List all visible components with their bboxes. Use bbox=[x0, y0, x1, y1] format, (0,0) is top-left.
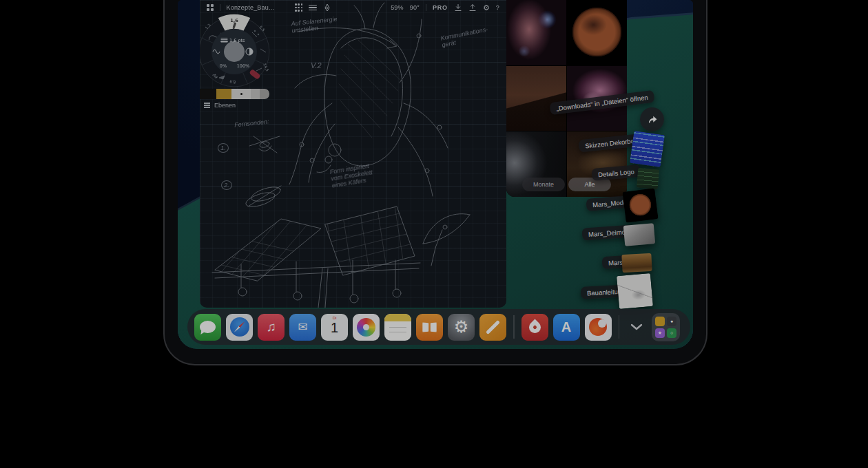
gallery-grid-icon[interactable] bbox=[207, 4, 214, 11]
swatch-black[interactable] bbox=[200, 89, 216, 99]
tool-wheel[interactable]: 1,6 1,3 5,5 14,5 8,9 Aa bbox=[200, 13, 273, 90]
envelope-icon: ✉ bbox=[289, 314, 316, 341]
snap-grid-icon[interactable] bbox=[295, 3, 302, 11]
concepts-app-window[interactable]: Auf Solarenergie umstellen Kommunikation… bbox=[200, 0, 506, 308]
stroke-width-value: 1,6 pts bbox=[229, 38, 245, 43]
swatch-gray[interactable] bbox=[251, 89, 260, 99]
books-app-icon[interactable] bbox=[416, 314, 443, 341]
concepts-app-icon[interactable] bbox=[479, 314, 506, 341]
swatch-light-gray-selected[interactable] bbox=[231, 89, 251, 99]
swatch-gold[interactable] bbox=[216, 89, 231, 99]
annotation-number-2: 2. bbox=[221, 180, 232, 190]
pen-nib-icon[interactable] bbox=[323, 3, 331, 12]
share-forward-button[interactable] bbox=[640, 107, 664, 131]
c-swirl-icon bbox=[589, 318, 607, 336]
opacity-min-value: 0% bbox=[220, 63, 227, 69]
layers-label: Ebenen bbox=[214, 102, 236, 109]
stage: Auf Solarenergie umstellen Kommunikation… bbox=[0, 0, 868, 468]
c4d-app-icon[interactable] bbox=[585, 314, 612, 341]
mail-app-icon[interactable]: ✉ bbox=[289, 314, 316, 341]
messages-app-icon[interactable] bbox=[194, 314, 221, 341]
dock-divider bbox=[513, 315, 515, 339]
ipad-screen: Auf Solarenergie umstellen Kommunikation… bbox=[178, 0, 693, 349]
toolbar-divider bbox=[426, 4, 426, 11]
annotation-version: V.2 bbox=[311, 62, 322, 69]
calendar-app-icon[interactable]: Di 1 bbox=[321, 314, 348, 341]
photo-mars-planet[interactable] bbox=[567, 0, 627, 65]
mini-app-tile-yellow bbox=[655, 317, 665, 326]
music-app-icon[interactable]: ♫ bbox=[258, 314, 285, 341]
help-icon[interactable]: ? bbox=[496, 4, 499, 11]
photo-horsehead-nebula[interactable] bbox=[506, 0, 566, 65]
photos-app-icon[interactable] bbox=[353, 314, 380, 341]
open-book-icon bbox=[416, 314, 443, 341]
photos-bottom-tabs: Monate Alle bbox=[506, 178, 627, 191]
tab-months[interactable]: Monate bbox=[522, 178, 565, 191]
mini-app-tile-purple: ★ bbox=[655, 328, 665, 338]
layers-button[interactable]: Ebenen bbox=[204, 102, 236, 109]
pro-badge[interactable]: PRO bbox=[433, 4, 448, 11]
drag-thumb-bauanleitung[interactable] bbox=[617, 273, 653, 309]
rocket-icon bbox=[526, 319, 543, 335]
dock-divider bbox=[619, 315, 620, 339]
compass-icon bbox=[230, 317, 249, 337]
drag-thumb-mars-deimos[interactable] bbox=[623, 223, 655, 246]
rocket-app-icon[interactable] bbox=[521, 314, 548, 341]
drag-thumb-details-logo[interactable] bbox=[637, 168, 659, 190]
app-store-icon[interactable]: A bbox=[553, 314, 580, 341]
appstore-a-icon: A bbox=[553, 314, 580, 341]
document-title[interactable]: Konzepte_Bau... bbox=[227, 4, 275, 11]
forward-arrow-icon bbox=[646, 114, 659, 126]
layers-icon bbox=[204, 103, 210, 108]
pen-icon bbox=[486, 319, 500, 334]
toolbar-divider bbox=[220, 4, 220, 11]
color-swatch-strip[interactable] bbox=[200, 89, 269, 99]
drag-thumb-skizzen-dekorbogen[interactable] bbox=[630, 131, 665, 167]
settings-app-icon[interactable]: ⚙ bbox=[448, 314, 475, 341]
mini-app-tile-green: ○ bbox=[667, 328, 676, 338]
zoom-level[interactable]: 59% bbox=[391, 4, 404, 11]
music-note-icon: ♫ bbox=[258, 314, 285, 341]
dock-collapse-button[interactable] bbox=[626, 314, 647, 341]
wheel-center-knob bbox=[224, 41, 245, 62]
export-share-icon[interactable] bbox=[468, 3, 477, 12]
opacity-max-value: 100% bbox=[237, 63, 250, 69]
settings-gear-icon[interactable]: ⚙ bbox=[483, 3, 490, 12]
notes-app-icon[interactable] bbox=[384, 314, 411, 341]
chevron-down-icon bbox=[630, 323, 643, 330]
dock: ♫ ✉ Di 1 ⚙ bbox=[187, 309, 690, 345]
calendar-day: 1 bbox=[321, 320, 348, 336]
photos-flower-icon bbox=[357, 318, 375, 337]
safari-app-icon[interactable] bbox=[226, 314, 253, 341]
align-rows-icon[interactable] bbox=[309, 5, 317, 11]
gear-icon: ⚙ bbox=[448, 314, 475, 341]
app-library-icon[interactable]: ● ★ ○ bbox=[652, 313, 680, 341]
speech-bubble-icon bbox=[200, 321, 216, 333]
drag-thumb-mars-modell[interactable] bbox=[622, 188, 658, 222]
photo-mars-landscape[interactable] bbox=[506, 66, 566, 131]
drag-thumb-mars[interactable] bbox=[621, 253, 652, 273]
mini-app-tile-camera: ● bbox=[667, 317, 676, 326]
import-icon[interactable] bbox=[454, 3, 462, 12]
annotation-number-1: 1. bbox=[218, 143, 229, 153]
active-tool-size: 1,6 bbox=[230, 18, 238, 23]
rotation-angle[interactable]: 90° bbox=[410, 4, 420, 11]
swatch-dark-gray[interactable] bbox=[260, 89, 269, 99]
